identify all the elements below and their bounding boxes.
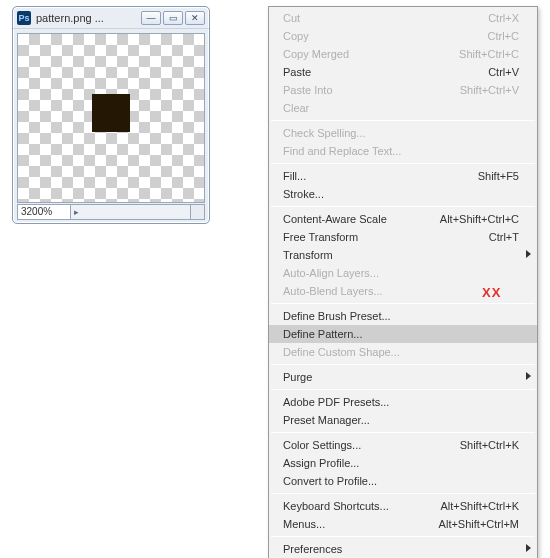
menu-item-convert-to-profile[interactable]: Convert to Profile...: [269, 472, 537, 490]
maximize-button[interactable]: ▭: [163, 11, 183, 25]
close-button[interactable]: ✕: [185, 11, 205, 25]
menu-item-label: Define Brush Preset...: [283, 310, 519, 322]
menu-item-label: Check Spelling...: [283, 127, 519, 139]
menu-item-label: Transform: [283, 249, 519, 261]
menu-separator: [271, 303, 535, 304]
menu-item-label: Copy: [283, 30, 488, 42]
menu-separator: [271, 536, 535, 537]
menu-item-cut: CutCtrl+X: [269, 9, 537, 27]
menu-separator: [271, 120, 535, 121]
menu-item-stroke[interactable]: Stroke...: [269, 185, 537, 203]
menu-item-shortcut: Alt+Shift+Ctrl+C: [440, 213, 519, 225]
menu-item-auto-align-layers: Auto-Align Layers...: [269, 264, 537, 282]
menu-item-label: Content-Aware Scale: [283, 213, 440, 225]
menu-item-content-aware-scale[interactable]: Content-Aware ScaleAlt+Shift+Ctrl+C: [269, 210, 537, 228]
menu-item-label: Assign Profile...: [283, 457, 519, 469]
menu-item-define-custom-shape: Define Custom Shape...: [269, 343, 537, 361]
menu-item-menus[interactable]: Menus...Alt+Shift+Ctrl+M: [269, 515, 537, 533]
submenu-arrow-icon: [526, 544, 531, 552]
menu-item-assign-profile[interactable]: Assign Profile...: [269, 454, 537, 472]
menu-item-label: Find and Replace Text...: [283, 145, 519, 157]
menu-separator: [271, 163, 535, 164]
menu-item-shortcut: Shift+Ctrl+C: [459, 48, 519, 60]
menu-item-shortcut: Ctrl+X: [488, 12, 519, 24]
photoshop-icon: Ps: [17, 11, 31, 25]
menu-item-shortcut: Ctrl+T: [489, 231, 519, 243]
menu-item-find-and-replace-text: Find and Replace Text...: [269, 142, 537, 160]
menu-item-label: Preferences: [283, 543, 519, 555]
menu-item-free-transform[interactable]: Free TransformCtrl+T: [269, 228, 537, 246]
menu-item-label: Auto-Align Layers...: [283, 267, 519, 279]
menu-item-paste-into: Paste IntoShift+Ctrl+V: [269, 81, 537, 99]
menu-item-label: Clear: [283, 102, 519, 114]
submenu-arrow-icon: [526, 372, 531, 380]
menu-separator: [271, 432, 535, 433]
menu-item-label: Define Pattern...: [283, 328, 519, 340]
chevron-right-icon: ▸: [74, 207, 79, 217]
menu-item-shortcut: Ctrl+C: [488, 30, 519, 42]
menu-item-label: Fill...: [283, 170, 478, 182]
menu-item-keyboard-shortcuts[interactable]: Keyboard Shortcuts...Alt+Shift+Ctrl+K: [269, 497, 537, 515]
window-title: pattern.png ...: [36, 12, 139, 24]
menu-item-label: Menus...: [283, 518, 439, 530]
menu-item-fill[interactable]: Fill...Shift+F5: [269, 167, 537, 185]
menu-item-shortcut: Alt+Shift+Ctrl+K: [440, 500, 519, 512]
menu-item-label: Keyboard Shortcuts...: [283, 500, 440, 512]
menu-item-paste[interactable]: PasteCtrl+V: [269, 63, 537, 81]
edit-menu[interactable]: CutCtrl+XCopyCtrl+CCopy MergedShift+Ctrl…: [268, 6, 538, 558]
status-info[interactable]: ▸: [71, 204, 191, 220]
menu-item-define-pattern[interactable]: Define Pattern...: [269, 325, 537, 343]
titlebar[interactable]: Ps pattern.png ... — ▭ ✕: [13, 7, 209, 29]
menu-item-purge[interactable]: Purge: [269, 368, 537, 386]
menu-separator: [271, 364, 535, 365]
status-bar: 3200% ▸: [17, 204, 205, 220]
menu-item-shortcut: Shift+F5: [478, 170, 519, 182]
menu-item-label: Cut: [283, 12, 488, 24]
menu-separator: [271, 389, 535, 390]
document-window[interactable]: Ps pattern.png ... — ▭ ✕ 3200% ▸: [12, 6, 210, 224]
menu-item-shortcut: Ctrl+V: [488, 66, 519, 78]
menu-item-clear: Clear: [269, 99, 537, 117]
canvas[interactable]: [17, 33, 205, 203]
menu-item-preset-manager[interactable]: Preset Manager...: [269, 411, 537, 429]
menu-item-check-spelling: Check Spelling...: [269, 124, 537, 142]
menu-item-copy: CopyCtrl+C: [269, 27, 537, 45]
menu-item-label: Paste: [283, 66, 488, 78]
menu-item-label: Copy Merged: [283, 48, 459, 60]
zoom-field[interactable]: 3200%: [17, 204, 71, 220]
menu-item-shortcut: Alt+Shift+Ctrl+M: [439, 518, 519, 530]
submenu-arrow-icon: [526, 250, 531, 258]
menu-item-shortcut: Shift+Ctrl+V: [460, 84, 519, 96]
minimize-button[interactable]: —: [141, 11, 161, 25]
menu-item-label: Stroke...: [283, 188, 519, 200]
menu-item-label: Purge: [283, 371, 519, 383]
menu-item-adobe-pdf-presets[interactable]: Adobe PDF Presets...: [269, 393, 537, 411]
menu-item-shortcut: Shift+Ctrl+K: [460, 439, 519, 451]
menu-item-color-settings[interactable]: Color Settings...Shift+Ctrl+K: [269, 436, 537, 454]
menu-item-label: Preset Manager...: [283, 414, 519, 426]
menu-item-label: Convert to Profile...: [283, 475, 519, 487]
menu-item-label: Free Transform: [283, 231, 489, 243]
scrollbar-stub: [191, 204, 205, 220]
pattern-pixel: [92, 94, 130, 132]
menu-item-label: Define Custom Shape...: [283, 346, 519, 358]
menu-item-label: Paste Into: [283, 84, 460, 96]
menu-item-preferences[interactable]: Preferences: [269, 540, 537, 558]
menu-item-transform[interactable]: Transform: [269, 246, 537, 264]
menu-item-label: Adobe PDF Presets...: [283, 396, 519, 408]
menu-item-define-brush-preset[interactable]: Define Brush Preset...: [269, 307, 537, 325]
annotation-xx: XX: [482, 285, 501, 300]
menu-item-copy-merged: Copy MergedShift+Ctrl+C: [269, 45, 537, 63]
menu-separator: [271, 206, 535, 207]
menu-item-label: Color Settings...: [283, 439, 460, 451]
menu-separator: [271, 493, 535, 494]
